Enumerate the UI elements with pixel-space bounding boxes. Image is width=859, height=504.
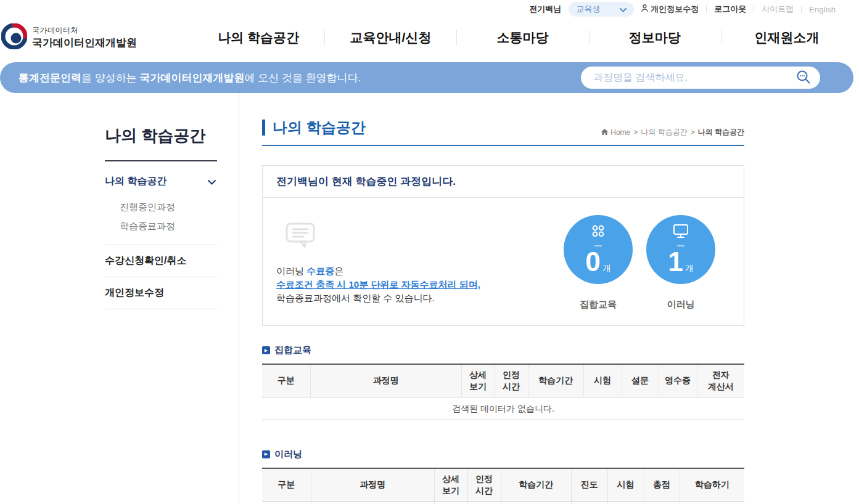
search-button[interactable]: [795, 69, 812, 87]
sidebar-item-ongoing-courses[interactable]: 진행중인과정: [120, 198, 217, 217]
breadcrumb: Home > 나의 학습공간 > 나의 학습공간: [601, 127, 744, 137]
username: 전기백님: [529, 4, 561, 15]
current-courses-box: 전기백님이 현재 학습중인 과정입니다.: [262, 165, 744, 326]
elearning-count: 1: [668, 248, 683, 275]
nav-item-information[interactable]: 정보마당: [589, 29, 721, 46]
elearning-section-title: ▶ 이러닝: [262, 449, 744, 460]
notice-line3: 학습종료과정에서 확인할 수 있습니다.: [276, 291, 480, 305]
page-body: 나의 학습공간 나의 학습공간 진행중인과정 학습종료과정 수강신청확인/취소 …: [105, 93, 859, 504]
profile-link[interactable]: 개인정보수정: [641, 4, 699, 15]
current-courses-header: 전기백님이 현재 학습중인 과정입니다.: [263, 166, 744, 198]
home-icon: [601, 128, 608, 137]
table-header-row: 구분 과정명 상세 보기 인정 시간 학습기간 진도 시험 총점 학습하기: [262, 468, 744, 501]
learning-period: 26.01.05.~26.12.23.: [501, 501, 571, 504]
table-header-row: 구분 과정명 상세 보기 인정 시간 학습기간 시험 설문 영수증 전자 계산서: [262, 364, 744, 397]
search-icon: [795, 69, 812, 87]
completion-policy-link[interactable]: 수료조건 충족 시 10분 단위로 자동수료처리 되며,: [276, 278, 480, 291]
offline-course-table: 구분 과정명 상세 보기 인정 시간 학습기간 시험 설문 영수증 전자 계산서: [262, 364, 744, 420]
group-circles-icon: [591, 224, 606, 241]
course-category: 데이터사이언스: [262, 501, 311, 504]
logo-line1: 국가데이터처: [32, 25, 137, 36]
sidebar: 나의 학습공간 나의 학습공간 진행중인과정 학습종료과정 수강신청확인/취소 …: [105, 93, 239, 504]
exam-score: -: [607, 501, 644, 504]
main-content: 나의 학습공간 Home > 나의 학습공간 > 나의 학습공간: [239, 93, 754, 504]
recognized-hours: 1: [467, 501, 501, 504]
main-nav: 나의 학습공간 교육안내/신청 소통마당 정보마당 인재원소개: [192, 16, 859, 59]
welcome-text: 통계전문인력을 양성하는 국가데이터인재개발원에 오신 것을 환영합니다.: [18, 71, 361, 85]
progress-score: 0점: [571, 501, 607, 504]
page-title-row: 나의 학습공간 Home > 나의 학습공간 > 나의 학습공간: [262, 118, 744, 146]
breadcrumb-home[interactable]: Home: [601, 128, 630, 137]
role-dropdown[interactable]: 교육생: [569, 2, 634, 17]
logout-link[interactable]: 로그아웃: [714, 4, 746, 15]
monitor-icon: [673, 224, 689, 241]
welcome-banner: 통계전문인력을 양성하는 국가데이터인재개발원에 오신 것을 환영합니다.: [0, 62, 853, 93]
table-row: 데이터사이언스 SAS 재무설계의 이해(2025): [262, 501, 744, 504]
sidebar-submenu: 진행중인과정 학습종료과정: [105, 197, 217, 245]
completion-notice: 이러닝 수료증은 수료조건 충족 시 10분 단위로 자동수료처리 되며, 학습…: [276, 215, 480, 311]
divider: [801, 6, 802, 13]
logo-text: 국가데이터처 국가데이터인재개발원: [32, 25, 137, 50]
english-link[interactable]: English: [809, 5, 836, 14]
sidebar-item-my-learning[interactable]: 나의 학습공간: [105, 161, 217, 197]
elearning-label: 이러닝: [667, 299, 695, 311]
person-icon: [641, 4, 648, 14]
total-score: 0점: [644, 501, 680, 504]
breadcrumb-current: 나의 학습공간: [698, 127, 744, 137]
course-count-stats: 0 개 집합교육: [564, 215, 717, 311]
no-data-message: 검색된 데이터가 없습니다.: [262, 397, 744, 420]
sidebar-item-completed-courses[interactable]: 학습종료과정: [120, 217, 217, 236]
site-logo[interactable]: 국가데이터처 국가데이터인재개발원: [0, 23, 192, 52]
government-emblem-icon: [1, 23, 27, 52]
search-input[interactable]: [593, 72, 795, 83]
course-search: [581, 67, 820, 89]
divider: [105, 309, 217, 309]
stat-elearning: 1 개 이러닝: [646, 215, 715, 311]
elearning-course-table: 구분 과정명 상세 보기 인정 시간 학습기간 진도 시험 총점 학습하기: [262, 468, 744, 504]
offline-count-circle: 0 개: [564, 215, 633, 284]
nav-item-my-learning[interactable]: 나의 학습공간: [192, 29, 324, 46]
sidebar-item-profile-edit[interactable]: 개인정보수정: [105, 277, 217, 309]
breadcrumb-segment[interactable]: 나의 학습공간: [641, 127, 687, 137]
stat-offline-education: 0 개 집합교육: [564, 215, 633, 311]
role-dropdown-value: 교육생: [576, 4, 600, 15]
notice-line1: 이러닝 수료증은: [276, 264, 480, 278]
sitemap-link[interactable]: 사이트맵: [762, 4, 794, 15]
chevron-down-icon: [208, 176, 216, 187]
page: 전기백님 교육생 개인정보수정 로그아웃 사이트맵 English: [0, 0, 859, 504]
elearning-section: ▶ 이러닝 구분 과정명 상세 보기 인정 시간 학습기간: [262, 449, 744, 504]
speech-bubble-icon: [285, 220, 480, 253]
divider: [754, 6, 754, 13]
utility-bar: 전기백님 교육생 개인정보수정 로그아웃 사이트맵 English: [0, 0, 859, 16]
logo-line2: 국가데이터인재개발원: [32, 36, 137, 50]
offline-education-section: ▶ 집합교육 구분 과정명 상세 보기 인정 시간 학습기간: [262, 344, 744, 420]
title-accent-bar: [262, 120, 265, 136]
arrow-right-icon: ▶: [262, 346, 270, 354]
sidebar-item-enrollment[interactable]: 수강신청확인/취소: [105, 245, 217, 277]
nav-item-course-apply[interactable]: 교육안내/신청: [324, 29, 456, 46]
offline-label: 집합교육: [580, 299, 617, 311]
chevron-down-icon: [620, 5, 627, 14]
course-name: SAS 재무설계의 이해(2025): [311, 501, 434, 504]
offline-section-title: ▶ 집합교육: [262, 344, 744, 356]
nav-item-about[interactable]: 인재원소개: [721, 29, 853, 46]
elearning-count-circle: 1 개: [646, 215, 715, 284]
offline-count: 0: [585, 248, 600, 275]
empty-row: 검색된 데이터가 없습니다.: [262, 397, 744, 420]
nav-item-community[interactable]: 소통마당: [456, 29, 588, 46]
sidebar-title: 나의 학습공간: [105, 125, 217, 161]
header: 국가데이터처 국가데이터인재개발원 나의 학습공간 교육안내/신청 소통마당 정…: [0, 16, 859, 59]
divider: [706, 6, 707, 13]
arrow-right-icon: ▶: [262, 450, 270, 458]
page-title: 나의 학습공간: [273, 118, 366, 137]
